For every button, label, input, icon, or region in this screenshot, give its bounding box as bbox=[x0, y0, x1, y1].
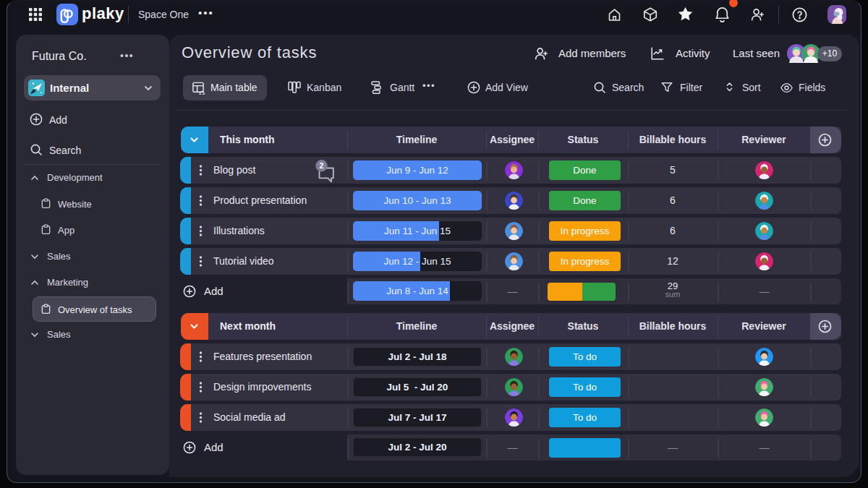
svg-text:2: 2 bbox=[320, 161, 324, 170]
